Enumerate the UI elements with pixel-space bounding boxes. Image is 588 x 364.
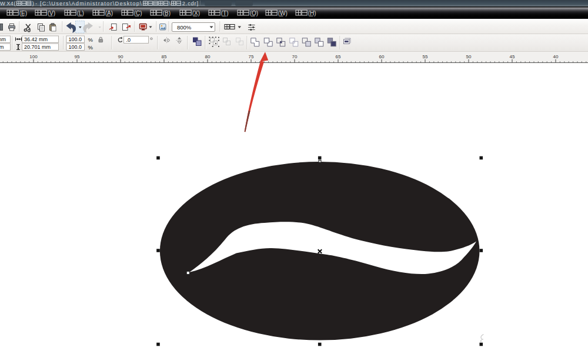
svg-text:.0: .0 — [126, 37, 131, 43]
svg-text:W X4: W X4 — [0, 1, 14, 6]
svg-text:70: 70 — [292, 54, 298, 59]
svg-text:mm: mm — [0, 36, 6, 42]
svg-text:(: ( — [14, 1, 16, 6]
svg-text:\: \ — [169, 1, 171, 6]
svg-text:(W): (W) — [278, 10, 288, 16]
svg-text:90: 90 — [118, 54, 123, 59]
svg-text:75: 75 — [249, 54, 254, 59]
svg-text:800%: 800% — [177, 24, 192, 31]
svg-text:100.0: 100.0 — [69, 44, 82, 50]
svg-text:20.701 mm: 20.701 mm — [24, 44, 51, 50]
svg-text:55: 55 — [423, 54, 428, 59]
svg-text:): ) — [32, 1, 34, 6]
svg-text:50: 50 — [466, 54, 472, 59]
svg-text:36.42 mm: 36.42 mm — [24, 36, 48, 42]
svg-text:(H): (H) — [308, 10, 316, 16]
svg-text:60: 60 — [379, 54, 385, 59]
svg-text:85: 85 — [162, 54, 167, 59]
svg-text:95: 95 — [75, 54, 80, 59]
svg-text:65: 65 — [336, 54, 341, 59]
svg-text:(E): (E) — [19, 10, 27, 16]
svg-text:(O): (O) — [250, 10, 258, 16]
svg-text:(C): (C) — [134, 10, 142, 16]
svg-text:100.0: 100.0 — [69, 36, 82, 42]
svg-text:m: m — [0, 44, 4, 50]
svg-text:2.cdr]: 2.cdr] — [182, 1, 199, 6]
svg-text:%: % — [88, 44, 93, 51]
svg-text:(A): (A) — [105, 10, 113, 16]
svg-text:%: % — [88, 36, 93, 43]
svg-text:40: 40 — [553, 54, 559, 59]
svg-text:(L): (L) — [77, 10, 84, 16]
svg-text:(B): (B) — [163, 10, 171, 16]
svg-text:80: 80 — [205, 54, 211, 59]
svg-text:45: 45 — [510, 54, 515, 59]
svg-text:- [C:\Users\Administrator\Desk: - [C:\Users\Administrator\Desktop\ — [35, 1, 142, 6]
svg-text:(X): (X) — [192, 10, 200, 16]
svg-text:(T): (T) — [221, 10, 229, 16]
svg-text:100: 100 — [29, 54, 38, 59]
svg-text:(V): (V) — [48, 10, 55, 16]
